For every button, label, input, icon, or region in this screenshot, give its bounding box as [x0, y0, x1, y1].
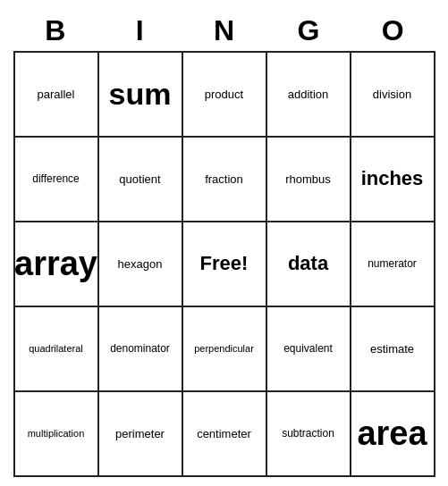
bingo-cell-5: difference: [15, 138, 99, 222]
bingo-cell-7: fraction: [183, 138, 267, 222]
bingo-cell-3: addition: [267, 53, 351, 138]
bingo-cell-17: perpendicular: [183, 307, 267, 392]
bingo-cell-11: hexagon: [99, 222, 183, 307]
bingo-cell-20: multiplication: [15, 392, 99, 477]
bingo-cell-9: inches: [351, 138, 435, 222]
bingo-cell-0: parallel: [15, 53, 99, 138]
bingo-cell-8: rhombus: [267, 138, 351, 222]
bingo-cell-1: sum: [99, 53, 183, 138]
bingo-cell-12: Free!: [183, 222, 267, 307]
header-letter-n: N: [182, 14, 266, 47]
bingo-cell-24: area: [351, 392, 435, 477]
header-letter-i: I: [97, 14, 182, 47]
bingo-cell-22: centimeter: [183, 392, 267, 477]
bingo-cell-21: perimeter: [99, 392, 183, 477]
header-letter-o: O: [351, 14, 435, 47]
bingo-cell-18: equivalent: [267, 307, 351, 392]
header-letter-g: G: [266, 14, 351, 47]
bingo-cell-2: product: [183, 53, 267, 138]
bingo-cell-23: subtraction: [267, 392, 351, 477]
bingo-cell-4: division: [351, 53, 435, 138]
bingo-cell-16: denominator: [99, 307, 183, 392]
bingo-cell-15: quadrilateral: [15, 307, 99, 392]
bingo-header: BINGO: [13, 9, 435, 51]
bingo-cell-19: estimate: [351, 307, 435, 392]
bingo-cell-10: array: [15, 222, 99, 307]
header-letter-b: B: [13, 14, 97, 47]
bingo-cell-14: numerator: [351, 222, 435, 307]
bingo-cell-13: data: [267, 222, 351, 307]
bingo-grid: parallelsumproductadditiondivisiondiffer…: [13, 51, 435, 477]
bingo-cell-6: quotient: [99, 138, 183, 222]
